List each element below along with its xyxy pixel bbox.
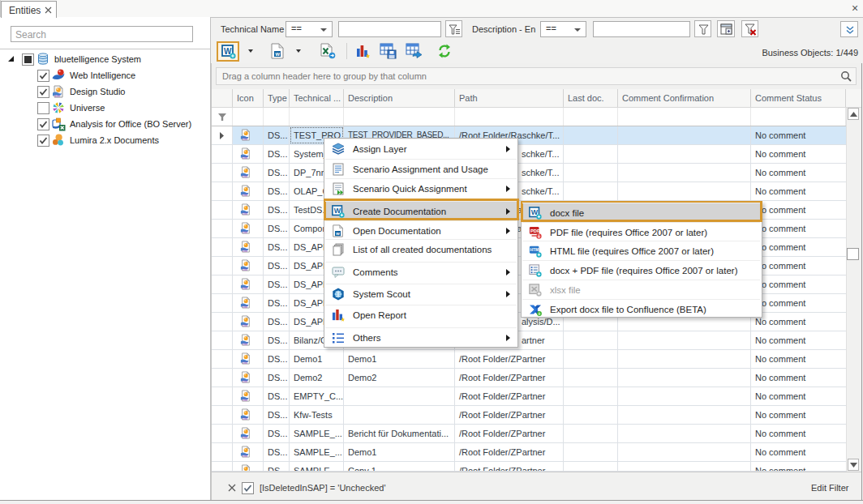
svg-text:100: 100 bbox=[243, 212, 247, 216]
svg-text:100: 100 bbox=[243, 287, 247, 290]
svg-text:100: 100 bbox=[243, 343, 247, 346]
svg-text:100: 100 bbox=[243, 361, 247, 365]
svg-text:100: 100 bbox=[243, 268, 247, 271]
svg-text:w: w bbox=[275, 51, 281, 57]
svg-text:HTM: HTM bbox=[530, 248, 539, 252]
svg-text:100: 100 bbox=[243, 194, 247, 197]
svg-text:100: 100 bbox=[243, 138, 247, 141]
svg-text:PDF: PDF bbox=[530, 229, 540, 233]
svg-text:w: w bbox=[335, 231, 340, 236]
svg-text:100: 100 bbox=[243, 250, 247, 253]
svg-text:100: 100 bbox=[243, 305, 247, 309]
svg-text:100: 100 bbox=[243, 380, 247, 383]
svg-text:100: 100 bbox=[54, 94, 61, 98]
svg-text:100: 100 bbox=[243, 175, 247, 178]
svg-text:100: 100 bbox=[243, 455, 247, 458]
svg-text:100: 100 bbox=[243, 231, 247, 234]
svg-text:100: 100 bbox=[243, 417, 247, 421]
svg-text:100: 100 bbox=[243, 156, 247, 160]
svg-text:100: 100 bbox=[243, 324, 247, 327]
svg-text:100: 100 bbox=[243, 399, 247, 402]
svg-text:100: 100 bbox=[243, 436, 247, 439]
